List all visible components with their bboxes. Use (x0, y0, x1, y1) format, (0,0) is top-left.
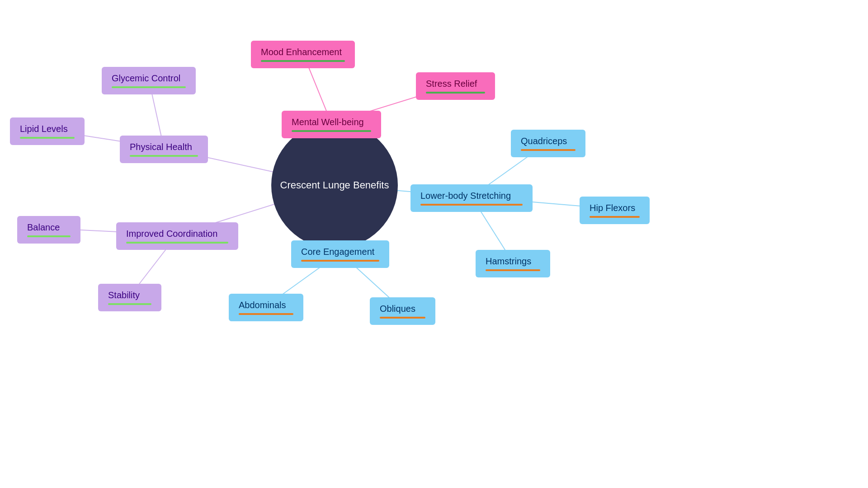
lower-body-stretching-underline (420, 204, 523, 206)
mood-enhancement-node: Mood Enhancement (251, 41, 355, 68)
mental-wellbeing-node: Mental Well-being (282, 111, 381, 138)
core-engagement-node: Core Engagement (291, 240, 389, 268)
stability-node: Stability (98, 284, 161, 311)
abdominals-node: Abdominals (229, 294, 303, 321)
lipid-levels-label: Lipid Levels (20, 124, 75, 134)
balance-label: Balance (27, 222, 71, 233)
hip-flexors-label: Hip Flexors (590, 203, 640, 213)
glycemic-control-label: Glycemic Control (112, 73, 186, 84)
stability-underline (108, 303, 151, 305)
physical-health-underline (130, 155, 198, 157)
physical-health-label: Physical Health (130, 142, 198, 152)
lipid-levels-underline (20, 137, 75, 139)
obliques-underline (380, 317, 425, 319)
obliques-label: Obliques (380, 304, 425, 314)
obliques-node: Obliques (370, 297, 435, 325)
lower-body-stretching-node: Lower-body Stretching (410, 184, 533, 212)
abdominals-label: Abdominals (239, 300, 293, 310)
abdominals-underline (239, 313, 293, 315)
core-engagement-label: Core Engagement (301, 247, 379, 257)
mood-enhancement-label: Mood Enhancement (261, 47, 345, 57)
stress-relief-label: Stress Relief (426, 79, 485, 89)
improved-coordination-node: Improved Coordination (116, 222, 238, 250)
quadriceps-underline (521, 149, 576, 151)
quadriceps-label: Quadriceps (521, 136, 576, 146)
stress-relief-node: Stress Relief (416, 72, 495, 100)
quadriceps-node: Quadriceps (511, 130, 585, 157)
balance-node: Balance (17, 216, 80, 244)
hamstrings-underline (486, 269, 540, 271)
mental-wellbeing-underline (292, 130, 371, 132)
core-engagement-underline (301, 260, 379, 262)
lipid-levels-node: Lipid Levels (10, 117, 85, 145)
balance-underline (27, 235, 71, 237)
hamstrings-node: Hamstrings (476, 250, 550, 277)
glycemic-control-underline (112, 86, 186, 88)
glycemic-control-node: Glycemic Control (102, 67, 196, 94)
stability-label: Stability (108, 290, 151, 300)
physical-health-node: Physical Health (120, 136, 208, 163)
mental-wellbeing-label: Mental Well-being (292, 117, 371, 127)
hamstrings-label: Hamstrings (486, 256, 540, 267)
improved-coordination-label: Improved Coordination (126, 229, 228, 239)
hip-flexors-node: Hip Flexors (580, 197, 650, 224)
lower-body-stretching-label: Lower-body Stretching (420, 191, 523, 201)
stress-relief-underline (426, 92, 485, 94)
mood-enhancement-underline (261, 60, 345, 62)
improved-coordination-underline (126, 242, 228, 244)
center-node: Crescent Lunge Benefits (271, 122, 398, 249)
hip-flexors-underline (590, 216, 640, 218)
